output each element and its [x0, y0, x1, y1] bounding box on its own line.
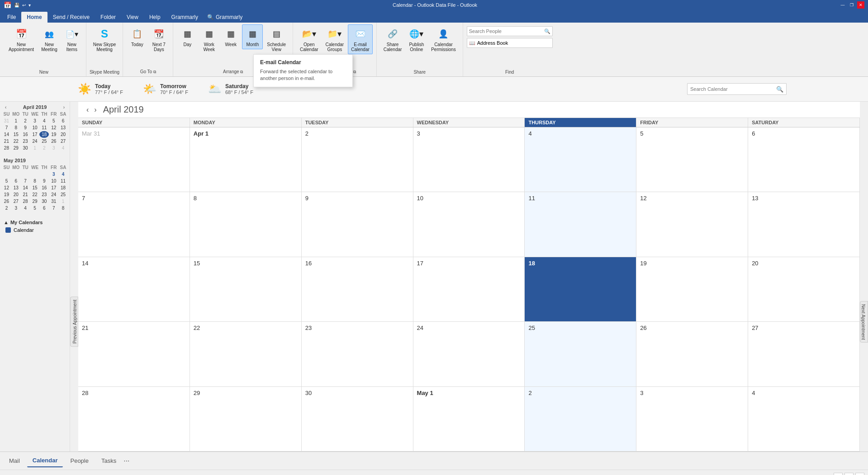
publish-online-btn[interactable]: 🌐▾ PublishOnline	[406, 24, 427, 54]
open-calendar-btn[interactable]: 📂▾ OpenCalendar	[297, 24, 322, 54]
mini-day-cell[interactable]: 28	[2, 145, 11, 151]
cal-cell-apr9[interactable]: 9	[302, 192, 413, 256]
restore-btn[interactable]: ❐	[848, 1, 855, 9]
mini-day-cell[interactable]: 7	[2, 124, 11, 131]
mini-day-cell[interactable]: 25	[39, 138, 49, 145]
mini-day-cell[interactable]: 23	[21, 138, 30, 145]
tab-folder[interactable]: Folder	[95, 12, 121, 23]
mini-day-cell[interactable]: 29	[11, 145, 21, 151]
cal-cell-apr17[interactable]: 17	[413, 257, 525, 321]
my-calendars-title[interactable]: ▲ My Calendars	[4, 219, 66, 226]
mini-day-cell[interactable]: 5	[49, 118, 58, 124]
cal-cell-apr18[interactable]: 18	[525, 257, 636, 321]
mini-day-cell[interactable]: 1	[11, 118, 21, 124]
week-view-btn[interactable]: ▦ Week	[220, 24, 241, 49]
mini-day-cell[interactable]: 4	[39, 118, 49, 124]
mini-today-cell[interactable]: 18	[39, 131, 49, 138]
mini-day-cell[interactable]: 2	[39, 145, 49, 151]
mini-day-cell[interactable]: 3	[30, 118, 40, 124]
cal-cell-apr16[interactable]: 16	[302, 257, 413, 321]
mini-day-cell[interactable]: 13	[58, 124, 68, 131]
cal-prev-btn[interactable]: ‹	[84, 105, 91, 115]
mini-day-cell[interactable]: 10	[30, 124, 40, 131]
tell-me-input[interactable]: 🔍 Grammarly	[204, 12, 246, 23]
mini-day-cell[interactable]: 14	[2, 131, 11, 138]
view-compact-btn[interactable]: ☰	[855, 473, 864, 475]
address-book-btn[interactable]: Address Book	[477, 40, 508, 46]
mini-day-cell[interactable]: 8	[11, 124, 21, 131]
nav-people[interactable]: People	[65, 455, 94, 467]
search-people-input[interactable]	[467, 28, 542, 34]
cal-cell-apr24[interactable]: 24	[413, 322, 525, 386]
schedule-view-btn[interactable]: ▤ ScheduleView	[264, 24, 289, 54]
mini-cal-next-btn[interactable]: ›	[62, 105, 66, 110]
mini-day-cell[interactable]: 30	[21, 145, 30, 151]
cal-cell-apr4[interactable]: 4	[525, 127, 636, 192]
calendar-item-calendar[interactable]: Calendar	[4, 226, 66, 234]
work-week-btn[interactable]: ▦ WorkWeek	[199, 24, 219, 54]
cal-cell-apr20[interactable]: 20	[748, 257, 860, 321]
cal-cell-apr19[interactable]: 19	[636, 257, 748, 321]
cal-cell-apr14[interactable]: 14	[78, 257, 190, 321]
mini-day-cell[interactable]: 26	[49, 138, 58, 145]
cal-cell-apr21[interactable]: 21	[78, 322, 190, 386]
mini-day-cell[interactable]: 2	[21, 118, 30, 124]
cal-cell-apr1[interactable]: Apr 1	[190, 127, 302, 192]
mini-day-cell[interactable]: 15	[11, 131, 21, 138]
cal-cell-apr10[interactable]: 10	[413, 192, 525, 256]
mini-day-cell[interactable]: 16	[21, 131, 30, 138]
day-view-btn[interactable]: ▦ Day	[177, 24, 198, 49]
nav-calendar[interactable]: Calendar	[27, 454, 63, 467]
mini-day-cell[interactable]: 12	[49, 124, 58, 131]
new-appointment-btn[interactable]: 📅 NewAppointment	[5, 24, 37, 54]
mini-day-cell[interactable]: 27	[58, 138, 68, 145]
today-btn[interactable]: 📋 Today	[127, 24, 147, 49]
tab-home[interactable]: Home	[21, 12, 47, 23]
mini-day-cell[interactable]: 3	[49, 145, 58, 151]
cal-cell-may4[interactable]: 4	[748, 387, 860, 451]
mini-day-cell[interactable]: 11	[39, 124, 49, 131]
cal-cell-apr25[interactable]: 25	[525, 322, 636, 386]
cal-cell-apr8[interactable]: 8	[190, 192, 302, 256]
mini-day-cell[interactable]: 17	[30, 131, 40, 138]
cal-cell-apr27[interactable]: 27	[748, 322, 860, 386]
cal-cell-apr29[interactable]: 29	[190, 387, 302, 451]
cal-cell-apr7[interactable]: 7	[78, 192, 190, 256]
mini-day-cell[interactable]: 20	[58, 131, 68, 138]
cal-cell-apr12[interactable]: 12	[636, 192, 748, 256]
next7-btn[interactable]: 📆 Next 7Days	[148, 24, 169, 54]
cal-cell-apr28[interactable]: 28	[78, 387, 190, 451]
nav-more-btn[interactable]: ···	[123, 457, 129, 465]
cal-cell-apr5[interactable]: 5	[636, 127, 748, 192]
cal-cell-mar31[interactable]: Mar 31	[78, 127, 190, 192]
prev-appointment-btn[interactable]: Previous Appointment	[70, 296, 78, 347]
calendar-checkbox[interactable]	[5, 227, 11, 233]
cal-cell-apr30[interactable]: 30	[302, 387, 413, 451]
calendar-search-input[interactable]	[688, 86, 773, 92]
next-appointment-btn[interactable]: Next Appointment	[860, 301, 868, 343]
mini-day-cell[interactable]: 21	[2, 138, 11, 145]
minimize-btn[interactable]: —	[839, 1, 846, 9]
tab-file[interactable]: File	[2, 12, 21, 23]
cal-cell-apr15[interactable]: 15	[190, 257, 302, 321]
new-items-btn[interactable]: 📄▾ NewItems	[62, 24, 82, 54]
nav-tasks[interactable]: Tasks	[96, 455, 122, 467]
email-calendar-btn[interactable]: ✉️ E-mailCalendar	[348, 24, 373, 54]
close-btn[interactable]: ✕	[857, 1, 864, 9]
mini-day-cell[interactable]: 31	[2, 118, 11, 124]
month-view-btn[interactable]: ▦ Month	[242, 24, 263, 49]
cal-cell-may1[interactable]: May 1	[413, 387, 525, 451]
calendar-perms-btn[interactable]: 👤 CalendarPermissions	[428, 24, 459, 54]
tab-view[interactable]: View	[121, 12, 144, 23]
tab-send-receive[interactable]: Send / Receive	[47, 12, 95, 23]
tab-grammarly[interactable]: Grammarly	[166, 12, 204, 23]
cal-next-btn[interactable]: ›	[91, 105, 99, 115]
cal-cell-apr3[interactable]: 3	[413, 127, 525, 192]
new-meeting-btn[interactable]: 👥 NewMeeting	[38, 24, 61, 54]
tab-help[interactable]: Help	[144, 12, 166, 23]
cal-cell-apr23[interactable]: 23	[302, 322, 413, 386]
mini-day-cell[interactable]: 6	[58, 118, 68, 124]
cal-cell-apr13[interactable]: 13	[748, 192, 860, 256]
cal-cell-apr26[interactable]: 26	[636, 322, 748, 386]
cal-cell-apr11[interactable]: 11	[525, 192, 636, 256]
